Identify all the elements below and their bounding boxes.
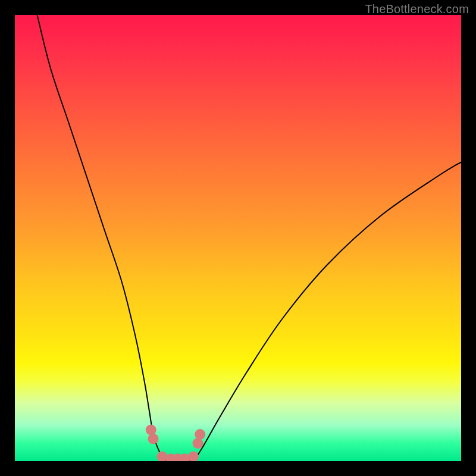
valley-marker <box>195 429 205 440</box>
valley-marker <box>193 438 203 449</box>
curve-path <box>37 15 462 461</box>
valley-marker <box>148 434 159 444</box>
gradient-plot-area <box>15 15 461 461</box>
chart-stage: TheBottleneck.com <box>0 0 476 476</box>
bottleneck-curve <box>15 15 461 461</box>
watermark-text: TheBottleneck.com <box>365 2 469 16</box>
valley-marker <box>188 452 199 462</box>
valley-marker <box>146 425 156 436</box>
